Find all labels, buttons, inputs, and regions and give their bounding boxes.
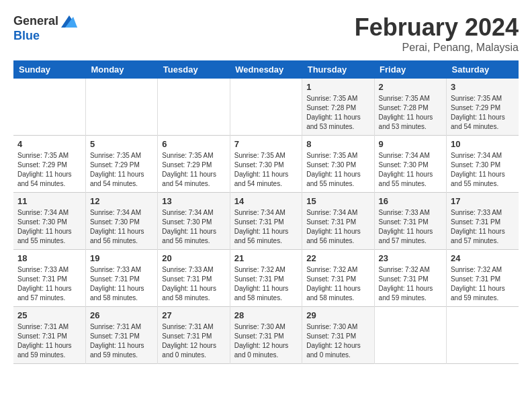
calendar-cell: 6Sunrise: 7:35 AM Sunset: 7:29 PM Daylig… bbox=[158, 136, 230, 193]
day-number: 19 bbox=[90, 253, 153, 263]
day-info: Sunrise: 7:32 AM Sunset: 7:31 PM Dayligh… bbox=[234, 265, 298, 303]
title-area: February 2024 Perai, Penang, Malaysia bbox=[355, 13, 519, 54]
day-info: Sunrise: 7:35 AM Sunset: 7:30 PM Dayligh… bbox=[306, 151, 369, 189]
day-info: Sunrise: 7:33 AM Sunset: 7:31 PM Dayligh… bbox=[162, 265, 225, 303]
day-number: 26 bbox=[90, 310, 153, 320]
day-info: Sunrise: 7:32 AM Sunset: 7:31 PM Dayligh… bbox=[379, 265, 442, 303]
day-number: 28 bbox=[234, 310, 298, 320]
day-number: 12 bbox=[90, 196, 153, 206]
calendar-cell: 16Sunrise: 7:33 AM Sunset: 7:31 PM Dayli… bbox=[374, 193, 446, 250]
day-info: Sunrise: 7:32 AM Sunset: 7:31 PM Dayligh… bbox=[451, 265, 515, 303]
calendar-cell: 1Sunrise: 7:35 AM Sunset: 7:28 PM Daylig… bbox=[302, 79, 374, 136]
day-number: 6 bbox=[162, 139, 225, 149]
calendar-header-monday: Monday bbox=[85, 60, 157, 79]
day-number: 4 bbox=[17, 139, 81, 149]
calendar-cell: 25Sunrise: 7:31 AM Sunset: 7:31 PM Dayli… bbox=[13, 307, 85, 364]
day-info: Sunrise: 7:35 AM Sunset: 7:29 PM Dayligh… bbox=[162, 151, 225, 189]
day-number: 10 bbox=[451, 139, 515, 149]
calendar-header-saturday: Saturday bbox=[447, 60, 519, 79]
calendar-cell: 22Sunrise: 7:32 AM Sunset: 7:31 PM Dayli… bbox=[302, 250, 374, 307]
calendar-cell: 28Sunrise: 7:30 AM Sunset: 7:31 PM Dayli… bbox=[230, 307, 302, 364]
day-number: 23 bbox=[379, 253, 442, 263]
logo: General Blue bbox=[13, 13, 77, 43]
calendar-cell bbox=[230, 79, 302, 136]
calendar-header-tuesday: Tuesday bbox=[158, 60, 230, 79]
day-info: Sunrise: 7:34 AM Sunset: 7:30 PM Dayligh… bbox=[162, 208, 225, 246]
day-number: 13 bbox=[162, 196, 225, 206]
day-info: Sunrise: 7:34 AM Sunset: 7:30 PM Dayligh… bbox=[451, 151, 515, 189]
location-subtitle: Perai, Penang, Malaysia bbox=[355, 42, 519, 54]
calendar-cell: 27Sunrise: 7:31 AM Sunset: 7:31 PM Dayli… bbox=[158, 307, 230, 364]
calendar-week-row: 25Sunrise: 7:31 AM Sunset: 7:31 PM Dayli… bbox=[13, 307, 519, 364]
day-info: Sunrise: 7:33 AM Sunset: 7:31 PM Dayligh… bbox=[17, 265, 81, 303]
calendar-cell: 29Sunrise: 7:30 AM Sunset: 7:31 PM Dayli… bbox=[302, 307, 374, 364]
day-number: 27 bbox=[162, 310, 225, 320]
day-info: Sunrise: 7:35 AM Sunset: 7:30 PM Dayligh… bbox=[234, 151, 298, 189]
calendar-cell: 9Sunrise: 7:34 AM Sunset: 7:30 PM Daylig… bbox=[374, 136, 446, 193]
calendar-cell bbox=[374, 307, 446, 364]
calendar-header-sunday: Sunday bbox=[13, 60, 85, 79]
calendar-week-row: 18Sunrise: 7:33 AM Sunset: 7:31 PM Dayli… bbox=[13, 250, 519, 307]
logo-icon bbox=[61, 13, 77, 30]
calendar-cell: 3Sunrise: 7:35 AM Sunset: 7:29 PM Daylig… bbox=[447, 79, 519, 136]
day-number: 20 bbox=[162, 253, 225, 263]
day-number: 17 bbox=[451, 196, 515, 206]
calendar-cell bbox=[447, 307, 519, 364]
calendar-cell: 7Sunrise: 7:35 AM Sunset: 7:30 PM Daylig… bbox=[230, 136, 302, 193]
calendar-header-friday: Friday bbox=[374, 60, 446, 79]
day-info: Sunrise: 7:34 AM Sunset: 7:30 PM Dayligh… bbox=[90, 208, 153, 246]
month-year-title: February 2024 bbox=[355, 13, 519, 42]
calendar-cell bbox=[85, 79, 157, 136]
day-info: Sunrise: 7:33 AM Sunset: 7:31 PM Dayligh… bbox=[90, 265, 153, 303]
calendar-cell: 13Sunrise: 7:34 AM Sunset: 7:30 PM Dayli… bbox=[158, 193, 230, 250]
day-number: 29 bbox=[306, 310, 369, 320]
calendar-table: SundayMondayTuesdayWednesdayThursdayFrid… bbox=[13, 60, 519, 364]
calendar-header-thursday: Thursday bbox=[302, 60, 374, 79]
day-number: 3 bbox=[451, 82, 515, 92]
day-number: 1 bbox=[306, 82, 369, 92]
calendar-cell: 20Sunrise: 7:33 AM Sunset: 7:31 PM Dayli… bbox=[158, 250, 230, 307]
calendar-week-row: 1Sunrise: 7:35 AM Sunset: 7:28 PM Daylig… bbox=[13, 79, 519, 136]
calendar-cell bbox=[158, 79, 230, 136]
day-info: Sunrise: 7:35 AM Sunset: 7:28 PM Dayligh… bbox=[379, 94, 442, 132]
calendar-cell: 15Sunrise: 7:34 AM Sunset: 7:31 PM Dayli… bbox=[302, 193, 374, 250]
calendar-week-row: 4Sunrise: 7:35 AM Sunset: 7:29 PM Daylig… bbox=[13, 136, 519, 193]
calendar-cell: 4Sunrise: 7:35 AM Sunset: 7:29 PM Daylig… bbox=[13, 136, 85, 193]
calendar-header-wednesday: Wednesday bbox=[230, 60, 302, 79]
day-info: Sunrise: 7:34 AM Sunset: 7:30 PM Dayligh… bbox=[17, 208, 81, 246]
day-number: 25 bbox=[17, 310, 81, 320]
calendar-cell: 24Sunrise: 7:32 AM Sunset: 7:31 PM Dayli… bbox=[447, 250, 519, 307]
calendar-cell: 14Sunrise: 7:34 AM Sunset: 7:31 PM Dayli… bbox=[230, 193, 302, 250]
calendar-cell: 17Sunrise: 7:33 AM Sunset: 7:31 PM Dayli… bbox=[447, 193, 519, 250]
logo-blue-text: Blue bbox=[13, 30, 77, 43]
day-number: 5 bbox=[90, 139, 153, 149]
calendar-cell: 19Sunrise: 7:33 AM Sunset: 7:31 PM Dayli… bbox=[85, 250, 157, 307]
day-info: Sunrise: 7:35 AM Sunset: 7:28 PM Dayligh… bbox=[306, 94, 369, 132]
calendar-header-row: SundayMondayTuesdayWednesdayThursdayFrid… bbox=[13, 60, 519, 79]
day-info: Sunrise: 7:31 AM Sunset: 7:31 PM Dayligh… bbox=[162, 322, 225, 360]
day-number: 22 bbox=[306, 253, 369, 263]
day-info: Sunrise: 7:35 AM Sunset: 7:29 PM Dayligh… bbox=[451, 94, 515, 132]
day-info: Sunrise: 7:34 AM Sunset: 7:31 PM Dayligh… bbox=[306, 208, 369, 246]
day-info: Sunrise: 7:34 AM Sunset: 7:31 PM Dayligh… bbox=[234, 208, 298, 246]
day-info: Sunrise: 7:32 AM Sunset: 7:31 PM Dayligh… bbox=[306, 265, 369, 303]
calendar-cell bbox=[13, 79, 85, 136]
day-info: Sunrise: 7:34 AM Sunset: 7:30 PM Dayligh… bbox=[379, 151, 442, 189]
day-info: Sunrise: 7:33 AM Sunset: 7:31 PM Dayligh… bbox=[379, 208, 442, 246]
day-number: 21 bbox=[234, 253, 298, 263]
day-number: 9 bbox=[379, 139, 442, 149]
day-info: Sunrise: 7:30 AM Sunset: 7:31 PM Dayligh… bbox=[234, 322, 298, 360]
calendar-cell: 21Sunrise: 7:32 AM Sunset: 7:31 PM Dayli… bbox=[230, 250, 302, 307]
day-number: 15 bbox=[306, 196, 369, 206]
calendar-cell: 11Sunrise: 7:34 AM Sunset: 7:30 PM Dayli… bbox=[13, 193, 85, 250]
day-number: 24 bbox=[451, 253, 515, 263]
calendar-cell: 10Sunrise: 7:34 AM Sunset: 7:30 PM Dayli… bbox=[447, 136, 519, 193]
day-number: 7 bbox=[234, 139, 298, 149]
calendar-cell: 12Sunrise: 7:34 AM Sunset: 7:30 PM Dayli… bbox=[85, 193, 157, 250]
day-info: Sunrise: 7:33 AM Sunset: 7:31 PM Dayligh… bbox=[451, 208, 515, 246]
day-info: Sunrise: 7:35 AM Sunset: 7:29 PM Dayligh… bbox=[17, 151, 81, 189]
day-number: 11 bbox=[17, 196, 81, 206]
calendar-cell: 18Sunrise: 7:33 AM Sunset: 7:31 PM Dayli… bbox=[13, 250, 85, 307]
calendar-week-row: 11Sunrise: 7:34 AM Sunset: 7:30 PM Dayli… bbox=[13, 193, 519, 250]
calendar-cell: 26Sunrise: 7:31 AM Sunset: 7:31 PM Dayli… bbox=[85, 307, 157, 364]
